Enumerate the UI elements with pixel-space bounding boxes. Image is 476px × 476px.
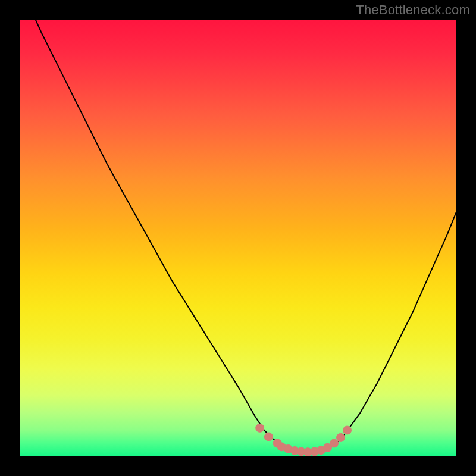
chart-frame: TheBottleneck.com [0,0,476,476]
watermark-text: TheBottleneck.com [356,2,470,18]
marker-dot [256,424,264,432]
marker-dot [343,426,352,434]
marker-dot [337,433,345,441]
marker-dot [330,439,339,447]
marker-dot [264,433,273,441]
chart-svg [20,20,456,456]
plot-area [20,20,456,456]
bottleneck-curve [20,20,456,452]
bottom-markers [256,424,352,456]
